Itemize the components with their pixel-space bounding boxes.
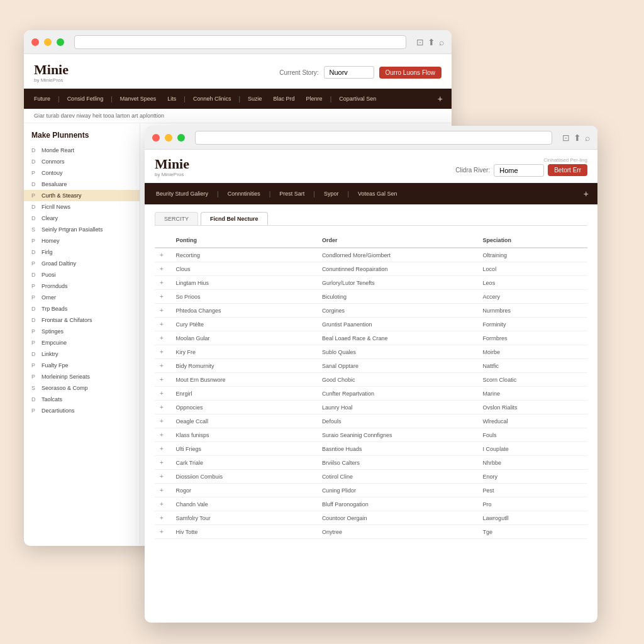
table-row[interactable]: + Klass funisps Suraio Seaninig Connfign…: [155, 428, 587, 442]
row-spec: Tge: [478, 525, 587, 539]
table-row[interactable]: + Lingtam Hius Gurlory/Lutor Tenefts Leo…: [155, 276, 587, 290]
logo-text: Minie: [34, 62, 69, 77]
table-row[interactable]: + Mout Ern Busnwore Good Chobic Scorn Cl…: [155, 373, 587, 387]
nav-item-conneh[interactable]: Conneh Clinics: [188, 93, 236, 104]
front-minimize-button[interactable]: [165, 134, 172, 142]
row-spec: Locol: [478, 262, 587, 276]
sidebar-item-monde[interactable]: D Monde Reart: [24, 145, 140, 156]
sidebar-item-trp[interactable]: D Trp Beads: [24, 303, 140, 314]
sidebar-item-puosi[interactable]: D Puosi: [24, 269, 140, 280]
nav-item-copan[interactable]: Copartival Sen: [334, 93, 381, 104]
table-row[interactable]: + Diossiion Combuis Cotirol Cline Enory: [155, 470, 587, 484]
sidebar-item-ficnll[interactable]: D Ficnll News: [24, 201, 140, 213]
sidebar-item-homey[interactable]: P Homey: [24, 235, 140, 247]
sidebar-item-morl[interactable]: P Morleininp Serieats: [24, 371, 140, 382]
front-cta-button[interactable]: Betort Err: [548, 164, 587, 176]
row-order: Cotirol Cline: [317, 470, 478, 484]
nav-item-consid[interactable]: Consid Fetling: [62, 93, 109, 104]
sidebar-item-empcuine[interactable]: P Empcuine: [24, 337, 140, 348]
sidebar-item-curth[interactable]: P Curth & Steasry: [24, 190, 140, 201]
front-nav-voteas[interactable]: Voteas Gal Sen: [352, 188, 404, 199]
sidebar-item-frontsar[interactable]: D Frontsar & Chifators: [24, 314, 140, 326]
sidebar-item-firlg[interactable]: D Firlg: [24, 247, 140, 258]
th-spec: Speciation: [478, 233, 587, 248]
nav-item-plenre[interactable]: Plenre: [301, 93, 328, 104]
sidebar-item-groad[interactable]: P Groad Daltiny: [24, 258, 140, 269]
tab-sercity[interactable]: SERCITY: [155, 212, 198, 225]
nav-item-lits[interactable]: Lits: [162, 93, 181, 104]
front-nav-sypor[interactable]: Sypor: [318, 188, 345, 199]
nav-item-future[interactable]: Future: [29, 93, 55, 104]
row-spec: Ovslon Rialits: [478, 401, 587, 414]
tab-ficnd[interactable]: Ficnd Bel Necture: [201, 212, 268, 225]
url-bar[interactable]: [74, 35, 406, 49]
table-row[interactable]: + Rogor Cuning Plidor Pest: [155, 484, 587, 497]
back-cta-button[interactable]: Ourro Luons Flow: [379, 67, 441, 79]
page-icon: P: [31, 170, 38, 176]
table-row[interactable]: + Chandn Vale Bluff Paronogation Pro: [155, 497, 587, 511]
nav-item-blac[interactable]: Blac Prd: [269, 93, 300, 104]
row-order: Defouls: [317, 414, 478, 428]
table-row[interactable]: + Kiry Fre Sublo Quales Moirbe: [155, 345, 587, 359]
front-nav: Beurity Sturd Galiery | Connntinities | …: [145, 183, 597, 204]
table-row[interactable]: + Phtedoa Changes Corgines Nurnmbres: [155, 304, 587, 318]
sidebar-item-seinly[interactable]: S Seinly Prtgran Pasiallets: [24, 224, 140, 235]
front-search-icon: ⌕: [585, 133, 590, 143]
row-plus: +: [155, 511, 170, 525]
table-row[interactable]: + Moolan Gular Beal Loaed Race & Crane F…: [155, 331, 587, 345]
sidebar-item-fualty[interactable]: P Fualty Fpe: [24, 360, 140, 371]
row-plus: +: [155, 387, 170, 401]
sidebar-item-sptinges[interactable]: P Sptinges: [24, 326, 140, 337]
sidebar-item-orner[interactable]: P Orner: [24, 292, 140, 303]
table-row[interactable]: + Oeagle Ccall Defouls Wlreducal: [155, 414, 587, 428]
row-ponting: Klass funisps: [170, 428, 316, 442]
front-nav-prest[interactable]: Prest Sart: [273, 188, 311, 199]
tabs-row: SERCITY Ficnd Bel Necture: [155, 212, 587, 226]
sidebar-title: Make Plunnents: [24, 131, 140, 145]
row-plus: +: [155, 428, 170, 442]
front-url-bar[interactable]: [195, 131, 552, 145]
front-close-button[interactable]: [152, 134, 160, 142]
table-row[interactable]: + Cark Triale Brviilso Calters Nhrbbe: [155, 456, 587, 470]
sidebar-item-contouy[interactable]: P Contouy: [24, 167, 140, 179]
page-icon-9: P: [31, 362, 38, 369]
row-ponting: Recorting: [170, 248, 316, 262]
nav-item-suzie[interactable]: Suzie: [243, 93, 267, 104]
row-order: Conuntinned Reopairation: [317, 262, 478, 276]
sidebar-item-cleary[interactable]: D Cleary: [24, 213, 140, 224]
front-currency-input[interactable]: [494, 164, 544, 177]
front-maximize-button[interactable]: [177, 134, 185, 142]
table-row[interactable]: + Hiv Totte Onytree Tge: [155, 525, 587, 539]
front-nav-beurity[interactable]: Beurity Sturd Galiery: [150, 188, 214, 199]
table-row[interactable]: + Bidy Romurnity Sanal Opptare Nattfic: [155, 359, 587, 373]
sidebar-item-besaluare[interactable]: D Besaluare: [24, 179, 140, 190]
front-window: ⊡ ⬆ ⌕ Minie by MiniePros Cinhattised Per…: [145, 126, 597, 623]
front-nav-connn[interactable]: Connntinities: [221, 188, 267, 199]
close-button[interactable]: [31, 38, 39, 46]
nav-item-manvet[interactable]: Manvet Spees: [115, 93, 162, 104]
table-row[interactable]: + Cury Ptélte Gruntist Paanention Formin…: [155, 318, 587, 331]
sidebar-item-taolcats[interactable]: D Taolcats: [24, 394, 140, 405]
doc-icon-7: D: [31, 272, 38, 278]
row-ponting: Oppnocies: [170, 401, 316, 414]
nav-add-button[interactable]: +: [434, 92, 447, 105]
table-row[interactable]: + Recorting Condlorned More/Giombert Olt…: [155, 248, 587, 262]
th-plus: [155, 233, 170, 248]
sidebar-item-conmors[interactable]: D Conmors: [24, 156, 140, 167]
table-row[interactable]: + Samfolry Tour Countoor Oergain Lawrogu…: [155, 511, 587, 525]
currency-input[interactable]: [324, 66, 374, 79]
maximize-button[interactable]: [57, 38, 64, 46]
table-row[interactable]: + So Prioos Biculoting Accery: [155, 290, 587, 304]
sidebar-item-decar[interactable]: P Decartiutions: [24, 405, 140, 416]
table-row[interactable]: + Enrgirl Cunfter Repartvation Marine: [155, 387, 587, 401]
minimize-button[interactable]: [44, 38, 52, 46]
table-row[interactable]: + Clous Conuntinned Reopairation Locol: [155, 262, 587, 276]
sidebar-item-linktry[interactable]: D Linktry: [24, 348, 140, 360]
star-icon-2: S: [31, 385, 38, 391]
sidebar-item-prorn[interactable]: P Prornduds: [24, 280, 140, 292]
sidebar-item-seor[interactable]: S Seorasoo & Comp: [24, 382, 140, 394]
front-nav-add[interactable]: +: [580, 187, 592, 200]
table-row[interactable]: + Oppnocies Launry Hoal Ovslon Rialits: [155, 401, 587, 414]
row-plus: +: [155, 401, 170, 414]
table-row[interactable]: + Ulti Friegs Basntioe Huads I Couplate: [155, 442, 587, 456]
